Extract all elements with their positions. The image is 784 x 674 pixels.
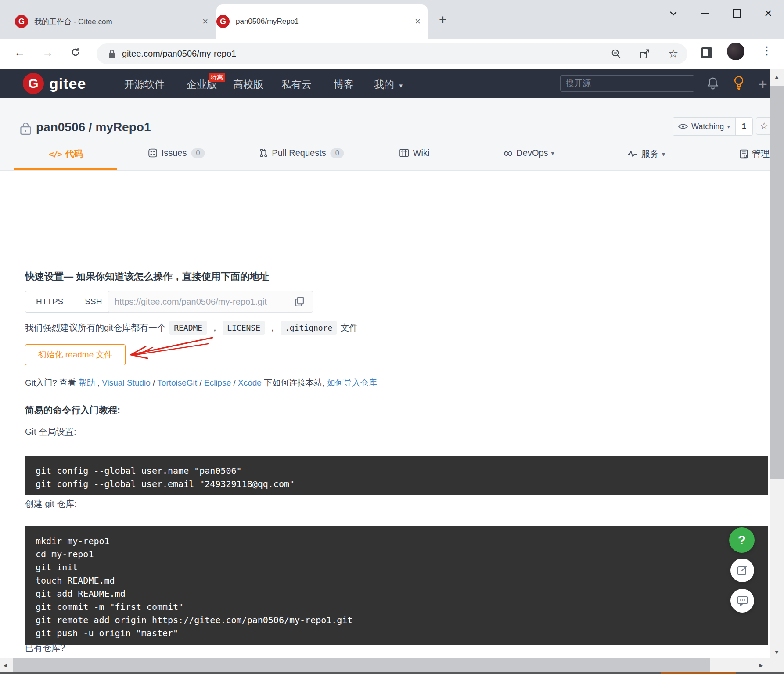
gitee-logo-mark: G [23,73,44,94]
tab-close-icon[interactable]: × [415,17,421,26]
tab-devops[interactable]: ∞ DevOps ▾ [503,148,554,158]
star-button[interactable]: ☆ [756,117,770,135]
issues-count-badge: 0 [191,148,205,158]
copy-icon[interactable] [295,296,304,307]
lightbulb-icon[interactable] [733,76,744,90]
repo-header: pan0506 / myRepo1 Watching ▾ 1 ☆ [0,98,770,138]
tab-services[interactable]: 服务 ▾ [627,148,665,160]
nav-item-opensource[interactable]: 开源软件 [124,78,165,91]
new-tab-button[interactable]: + [439,12,447,27]
visual-studio-link[interactable]: Visual Studio [102,378,151,387]
forward-button[interactable]: → [42,46,54,59]
window-controls: × [658,0,784,26]
feedback-edit-fab-button[interactable] [730,559,754,582]
create-plus-icon[interactable]: + [759,76,767,93]
gitee-search-input[interactable] [560,75,694,92]
reload-button[interactable] [70,47,81,58]
chat-fab-button[interactable] [730,589,754,613]
import-repo-link[interactable]: 如何导入仓库 [327,378,377,387]
browser-toolbar: ← → gitee.com/pan0506/my-repo1 ☆ ⋮ [0,39,784,69]
scroll-left-arrow[interactable]: ◄ [1,662,10,669]
tab-pull-requests[interactable]: Pull Requests 0 [259,148,344,158]
wiki-icon [399,149,409,157]
existing-repo-label: 已有仓库? [25,642,65,654]
pr-count-badge: 0 [331,148,344,158]
chevron-down-icon: ▾ [551,150,554,157]
nav-item-private-cloud[interactable]: 私有云 [281,78,312,91]
comma: ， [210,322,219,334]
repo-title: pan0506 / myRepo1 [36,120,151,134]
horizontal-scrollbar[interactable]: ◄ ► [0,658,770,672]
scroll-right-arrow[interactable]: ► [756,662,766,669]
minimize-button[interactable] [689,13,721,14]
watch-button[interactable]: Watching ▾ [673,118,736,135]
tab-issues[interactable]: Issues 0 [148,148,205,158]
scroll-up-arrow[interactable]: ▲ [770,73,784,80]
repo-tab-bar: </> 代码 Issues 0 Pull Requests 0 [0,138,770,171]
gitee-logo[interactable]: G gitee [23,73,86,94]
watch-count[interactable]: 1 [736,118,752,135]
nav-item-education[interactable]: 高校版 [233,78,263,91]
horizontal-scrollbar-thumb[interactable] [13,658,710,672]
maximize-button[interactable] [721,9,752,18]
tab-wiki-label: Wiki [413,148,430,158]
https-button[interactable]: HTTPS [25,291,74,312]
profile-avatar[interactable] [727,43,744,60]
tab-code-label: 代码 [65,148,83,160]
readme-chip: README [169,321,207,335]
code-block-global-config: git config --global user.name "pan0506" … [25,456,768,495]
gitee-favicon: G [15,15,28,28]
tutorial-heading: 简易的命令行入门教程: [25,404,120,416]
protocol-toggle: HTTPS SSH [25,291,113,313]
help-fab-button[interactable]: ? [729,527,755,553]
vertical-scrollbar-thumb[interactable] [770,86,784,479]
ssh-button[interactable]: SSH [74,291,112,312]
chevron-down-icon: ▾ [727,123,730,130]
nav-item-mine[interactable]: 我的 ▾ [374,78,403,91]
tab-devops-label: DevOps [516,148,548,158]
clone-url-input[interactable] [108,291,313,313]
global-config-label: Git 全局设置: [25,426,76,438]
bell-icon[interactable] [707,77,719,90]
bottom-edge-accent [661,672,736,674]
address-bar[interactable]: gitee.com/pan0506/my-repo1 ☆ [97,43,687,64]
side-panel-icon[interactable] [701,47,713,58]
nav-item-blog[interactable]: 博客 [334,78,354,91]
tab-wiki[interactable]: Wiki [399,148,430,158]
close-button[interactable]: × [752,6,784,21]
gitee-favicon: G [216,15,230,28]
tab-search-chevron-icon[interactable] [658,11,689,16]
gitee-logo-text: gitee [49,75,86,92]
tab-close-icon[interactable]: × [202,17,208,26]
browser-tab-repo[interactable]: G pan0506/myRepo1 × [216,4,428,39]
manage-doc-icon [740,149,748,159]
tab-manage-label: 管理 [752,148,770,160]
gitee-page: G gitee 开源软件 企业版 特惠 高校版 私有云 博客 我的 ▾ + [0,69,770,674]
pull-request-icon [259,148,268,158]
promo-badge: 特惠 [209,73,225,82]
scroll-down-arrow[interactable]: ▼ [770,649,784,656]
bottom-edge-strip [0,672,784,674]
nav-item-mine-label: 我的 [374,79,394,90]
share-icon[interactable] [640,49,650,59]
kebab-menu-icon[interactable]: ⋮ [761,44,773,58]
separator: / [234,378,236,387]
xcode-link[interactable]: Xcode [238,378,262,387]
vertical-scrollbar[interactable]: ▲ ▼ [770,69,784,674]
active-tab-underline [14,168,117,170]
tortoisegit-link[interactable]: TortoiseGit [157,378,197,387]
eclipse-link[interactable]: Eclipse [204,378,231,387]
browser-tab-strip: G 我的工作台 - Gitee.com × G pan0506/myRepo1 … [0,0,784,39]
advice-suffix: 文件 [340,322,358,334]
zoom-out-icon[interactable] [611,49,621,59]
help-link[interactable]: 帮助 [78,378,95,387]
eye-icon [678,123,688,130]
tab-code[interactable]: </> 代码 [49,148,83,160]
separator: / [153,378,155,387]
init-readme-button[interactable]: 初始化 readme 文件 [25,344,126,365]
back-button[interactable]: ← [14,46,25,59]
bookmark-star-icon[interactable]: ☆ [668,47,678,61]
tab-manage[interactable]: 管理 [740,148,770,160]
browser-tab-workbench[interactable]: G 我的工作台 - Gitee.com × [15,4,215,39]
separator: / [199,378,201,387]
